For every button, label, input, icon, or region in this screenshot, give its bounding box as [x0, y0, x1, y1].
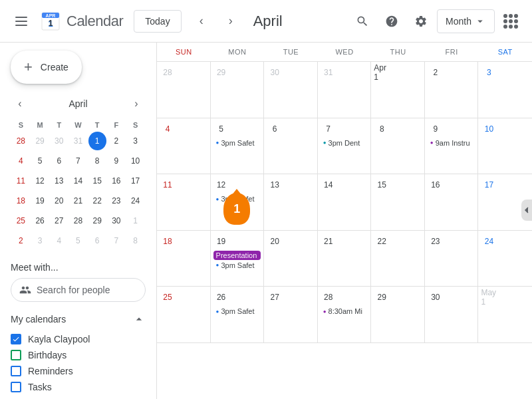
cal-cell-apr14[interactable]: 14	[318, 174, 372, 231]
cal-cell-apr24[interactable]: 24	[478, 231, 532, 287]
cal-cell-apr1[interactable]: Apr 1	[371, 62, 425, 118]
day-num[interactable]: 7	[321, 121, 336, 137]
my-calendars-header[interactable]: My calendars	[11, 313, 146, 326]
mini-day[interactable]: 18	[12, 192, 30, 210]
calendar-item-tasks[interactable]: Tasks	[11, 379, 146, 395]
cal-cell-apr19[interactable]: 19 Presentation 3pm Safet	[211, 231, 265, 287]
event-chip[interactable]: 3pm Safet	[213, 261, 261, 270]
cal-cell-apr29[interactable]: 29	[371, 287, 425, 343]
event-chip[interactable]: 9am Instru	[428, 138, 475, 148]
mini-day[interactable]: 30	[50, 132, 68, 150]
mini-day[interactable]: 17	[126, 172, 144, 190]
cal-cell-apr20[interactable]: 20	[264, 231, 318, 287]
day-num[interactable]: 2	[428, 65, 444, 80]
day-num[interactable]: 16	[428, 177, 444, 193]
day-num[interactable]: 11	[160, 177, 176, 193]
mini-day[interactable]: 23	[108, 192, 126, 210]
calendar-item-kayla[interactable]: Kayla Claypool	[11, 331, 146, 347]
cal-cell-apr30[interactable]: 30	[425, 287, 479, 343]
cal-cell-may1[interactable]: May 1	[478, 287, 532, 343]
mini-day[interactable]: 22	[88, 192, 106, 210]
cal-cell-apr21[interactable]: 21	[318, 231, 372, 287]
cal-cell-apr26[interactable]: 26 3pm Safet	[211, 287, 265, 343]
day-num[interactable]: 10	[481, 121, 497, 137]
mini-day[interactable]: 4	[12, 152, 30, 170]
next-month-button[interactable]: ›	[219, 9, 243, 33]
mini-next-month-button[interactable]: ›	[127, 94, 146, 113]
event-chip[interactable]: 3pm Safet	[213, 307, 261, 316]
prev-month-button[interactable]: ‹	[190, 9, 213, 33]
mini-day[interactable]: 19	[31, 192, 49, 210]
day-num[interactable]: 26	[213, 289, 229, 305]
mini-day[interactable]: 31	[69, 132, 87, 150]
mini-day[interactable]: 27	[50, 211, 68, 230]
mini-day[interactable]: 28	[69, 211, 87, 230]
mini-day[interactable]: 26	[31, 211, 49, 230]
scroll-indicator[interactable]	[521, 200, 532, 221]
calendar-item-reminders[interactable]: Reminders	[11, 363, 146, 379]
cal-cell-mar31[interactable]: 31	[318, 62, 372, 118]
day-num[interactable]: 30	[267, 65, 283, 80]
mini-day[interactable]: 10	[126, 152, 144, 170]
mini-day[interactable]: 16	[108, 172, 126, 190]
day-num[interactable]: 4	[160, 121, 176, 137]
settings-button[interactable]	[408, 8, 434, 35]
day-num[interactable]: 25	[160, 289, 176, 305]
search-button[interactable]	[349, 8, 376, 35]
day-num[interactable]: 24	[481, 233, 497, 249]
mini-prev-month-button[interactable]: ‹	[11, 94, 29, 113]
day-num[interactable]: 21	[321, 233, 336, 249]
day-num[interactable]: 15	[374, 177, 390, 193]
day-num[interactable]: 18	[160, 233, 176, 249]
mini-day[interactable]: 7	[69, 152, 87, 170]
day-num[interactable]: 19	[213, 233, 229, 249]
day-num[interactable]: May 1	[481, 289, 497, 305]
view-selector-button[interactable]: Month	[437, 9, 495, 33]
mini-day[interactable]: 15	[88, 172, 106, 190]
cal-cell-apr3[interactable]: 3	[478, 62, 532, 118]
search-people-button[interactable]: Search for people	[11, 278, 146, 302]
mini-day[interactable]: 2	[108, 132, 126, 150]
cal-cell-apr13[interactable]: 13	[264, 174, 318, 231]
day-num[interactable]: 28	[160, 65, 176, 80]
mini-day[interactable]: 11	[12, 172, 30, 190]
cal-cell-apr6[interactable]: 6	[264, 118, 318, 175]
day-num[interactable]: 31	[321, 65, 336, 80]
hamburger-menu-button[interactable]	[8, 8, 35, 35]
google-apps-button[interactable]	[497, 8, 524, 35]
mini-today[interactable]: 1	[88, 132, 106, 150]
help-button[interactable]	[378, 8, 405, 35]
cal-cell-apr18[interactable]: 18	[157, 231, 211, 287]
mini-day[interactable]: 3	[31, 231, 49, 250]
mini-day[interactable]: 5	[31, 152, 49, 170]
cal-cell-mar29[interactable]: 29	[211, 62, 265, 118]
mini-day[interactable]: 24	[126, 192, 144, 210]
mini-day[interactable]: 28	[12, 132, 30, 150]
day-num[interactable]: 3	[481, 65, 497, 80]
mini-day[interactable]: 9	[108, 152, 126, 170]
day-num[interactable]: 29	[374, 289, 390, 305]
cal-cell-apr12[interactable]: 12 3pm Safet 1	[211, 174, 265, 231]
mini-day[interactable]: 21	[69, 192, 87, 210]
day-num[interactable]: 27	[267, 289, 283, 305]
cal-cell-apr11[interactable]: 11	[157, 174, 211, 231]
mini-day[interactable]: 6	[50, 152, 68, 170]
day-num[interactable]: 12	[213, 177, 229, 193]
cal-cell-apr23[interactable]: 23	[425, 231, 479, 287]
day-num[interactable]: 9	[428, 121, 444, 137]
mini-day[interactable]: 8	[88, 152, 106, 170]
cal-cell-apr2[interactable]: 2	[425, 62, 479, 118]
mini-day[interactable]: 12	[31, 172, 49, 190]
mini-day[interactable]: 20	[50, 192, 68, 210]
day-num[interactable]: 8	[374, 121, 390, 137]
mini-day[interactable]: 3	[126, 132, 144, 150]
mini-day[interactable]: 1	[126, 211, 144, 230]
day-num[interactable]: 6	[267, 121, 283, 137]
cal-cell-apr22[interactable]: 22	[371, 231, 425, 287]
mini-day[interactable]: 14	[69, 172, 87, 190]
mini-day[interactable]: 13	[50, 172, 68, 190]
mini-day[interactable]: 29	[88, 211, 106, 230]
event-chip-presentation[interactable]: Presentation	[213, 251, 261, 260]
mini-day[interactable]: 2	[12, 231, 30, 250]
cal-cell-apr8[interactable]: 8	[371, 118, 425, 175]
